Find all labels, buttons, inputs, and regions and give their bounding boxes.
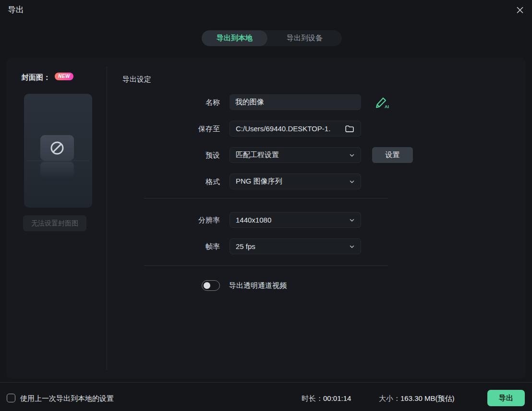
duration-stat: 时长：00:01:14 xyxy=(302,394,351,403)
save-path-field[interactable]: C:/Users/69440.DESKTOP-1. xyxy=(230,121,361,137)
icon-reflection xyxy=(40,162,74,179)
resolution-label: 分辨率 xyxy=(162,212,220,228)
size-value: 163.30 MB(预估) xyxy=(400,394,455,402)
cover-image-label: 封面图： xyxy=(22,73,50,82)
chevron-down-icon xyxy=(349,217,355,223)
size-stat: 大小：163.30 MB(预估) xyxy=(379,394,455,403)
save-to-label: 保存至 xyxy=(162,121,220,137)
thumb-floor-line xyxy=(27,161,89,161)
export-settings-panel: 封面图： NEW 无法设置封面图 导出设定 名称 AI xyxy=(6,58,526,379)
alpha-toggle-label: 导出透明通道视频 xyxy=(229,280,287,291)
size-label: 大小： xyxy=(379,394,400,402)
export-dialog: 导出 导出到本地 导出到设备 封面图： NEW 无法设置封面图 导出设定 xyxy=(0,0,532,411)
prohibited-icon-box xyxy=(40,135,74,161)
export-button[interactable]: 导出 xyxy=(487,390,525,406)
format-value: PNG 图像序列 xyxy=(236,177,345,186)
preset-settings-button[interactable]: 设置 xyxy=(372,147,413,163)
duration-label: 时长： xyxy=(302,394,323,402)
chevron-down-icon xyxy=(349,179,355,185)
svg-text:AI: AI xyxy=(385,104,389,109)
toggle-knob xyxy=(204,282,210,289)
export-target-tabs: 导出到本地 导出到设备 xyxy=(202,30,342,46)
preset-dropdown[interactable]: 匹配工程设置 xyxy=(230,147,361,163)
resolution-dropdown[interactable]: 1440x1080 xyxy=(230,212,361,228)
alpha-toggle[interactable] xyxy=(202,280,220,291)
preset-label: 预设 xyxy=(162,147,220,163)
prohibited-icon xyxy=(49,140,65,156)
cover-unavailable-button[interactable]: 无法设置封面图 xyxy=(23,215,86,231)
chevron-down-icon xyxy=(349,152,355,158)
new-badge: NEW xyxy=(55,73,73,80)
framerate-value: 25 fps xyxy=(236,242,345,250)
section-divider xyxy=(144,265,388,266)
format-label: 格式 xyxy=(162,174,220,189)
name-input[interactable] xyxy=(230,94,361,110)
tab-export-local[interactable]: 导出到本地 xyxy=(202,30,267,46)
resolution-value: 1440x1080 xyxy=(236,216,345,224)
tab-export-device[interactable]: 导出到设备 xyxy=(267,30,342,46)
duration-value: 00:01:14 xyxy=(323,394,351,402)
format-dropdown[interactable]: PNG 图像序列 xyxy=(230,174,361,189)
close-button[interactable] xyxy=(514,4,526,16)
use-last-settings-label: 使用上一次导出到本地的设置 xyxy=(20,394,114,403)
section-divider xyxy=(144,198,388,199)
cover-image-preview xyxy=(24,94,92,208)
chevron-down-icon xyxy=(349,244,355,249)
use-last-settings-checkbox[interactable] xyxy=(7,394,15,402)
folder-icon xyxy=(344,124,355,134)
ai-rename-button[interactable]: AI xyxy=(374,95,389,110)
ai-pencil-icon: AI xyxy=(374,95,389,110)
browse-folder-button[interactable] xyxy=(344,124,355,134)
vertical-divider xyxy=(107,66,107,370)
preset-value: 匹配工程设置 xyxy=(236,150,345,160)
framerate-dropdown[interactable]: 25 fps xyxy=(230,238,361,254)
dialog-title: 导出 xyxy=(8,4,24,15)
close-icon xyxy=(516,6,524,14)
save-path-value: C:/Users/69440.DESKTOP-1. xyxy=(236,125,341,133)
footer-divider xyxy=(0,382,532,383)
form-header: 导出设定 xyxy=(122,75,151,84)
name-label: 名称 xyxy=(162,94,220,110)
framerate-label: 帧率 xyxy=(162,238,220,254)
